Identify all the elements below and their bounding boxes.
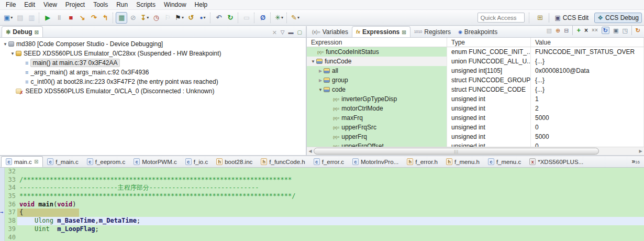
open-perspective-button[interactable]: ⊞ xyxy=(535,12,546,24)
code-content[interactable]: /***************************************… xyxy=(17,168,644,241)
editor-tab-f-eeprom-c[interactable]: cf_eeprom.c xyxy=(83,156,130,167)
close-icon[interactable]: ⊠ xyxy=(402,29,406,35)
external-tools-button[interactable]: ✳▾ xyxy=(273,12,285,24)
reset-cpu-button[interactable]: ↺ xyxy=(185,12,197,24)
menu-view[interactable]: View xyxy=(39,0,61,9)
new-button[interactable]: ▣▾ xyxy=(2,12,14,24)
column-type[interactable]: Type xyxy=(447,38,531,47)
add-icon[interactable]: + xyxy=(576,28,581,33)
scroll-left-icon[interactable]: ◀ xyxy=(307,147,314,155)
profile-clock-button[interactable]: ◷ xyxy=(150,12,162,24)
refresh-icon[interactable]: ↻ xyxy=(636,28,640,33)
tree-row[interactable]: ▼ SEED XDS560PLUS Emulator_0/C28xx (Susp… xyxy=(0,49,306,58)
table-row[interactable]: ▶all unsigned int[1105] 0x00008100@Data xyxy=(307,66,644,75)
tag-button[interactable]: ▭ xyxy=(241,12,252,24)
connect-target-button[interactable]: ▦ xyxy=(116,12,127,24)
auto-refresh-icon[interactable]: ↻ xyxy=(602,27,609,34)
step-return-button[interactable]: ↰ xyxy=(99,12,111,24)
code-editor[interactable]: → 32 33 34 35 36 37 38 39 40 /**********… xyxy=(0,168,644,241)
tree-row[interactable]: ▼ md380 [Code Composer Studio - Device D… xyxy=(0,39,306,49)
step-over-button[interactable]: ↷ xyxy=(88,12,99,24)
scroll-right-icon[interactable]: ▶ xyxy=(637,147,644,155)
close-icon[interactable]: ⊠ xyxy=(34,159,38,165)
column-value[interactable]: Value xyxy=(531,38,644,47)
tree-row-selected[interactable]: ≡ main() at main.c:37 0x3F42AA xyxy=(0,58,306,68)
back-button[interactable]: ↶ xyxy=(213,12,225,24)
tree-row[interactable]: ≡ c_int00() at boot28.inc:223 0x3F47F2 (… xyxy=(0,77,306,86)
probe-button[interactable]: ✎▾ xyxy=(290,12,301,24)
menu-window[interactable]: Window xyxy=(160,0,191,9)
detach-icon[interactable]: ◳ xyxy=(622,28,627,33)
table-row[interactable]: ▼code struct FUNCCODE_CODE {...} xyxy=(307,85,644,94)
show-type-names-icon[interactable]: ▧ xyxy=(547,28,552,33)
horizontal-scrollbar[interactable]: ◀ ||| ▶ xyxy=(307,147,644,155)
editor-tab-f-main-c[interactable]: cf_main.c xyxy=(43,156,82,167)
table-row[interactable]: ▶group struct FUNCCODE_GROUP {...} xyxy=(307,75,644,85)
expander-open-icon[interactable]: ▼ xyxy=(317,87,324,92)
editor-tab-boot28-inc[interactable]: hboot28.inc xyxy=(212,156,257,167)
resume-button[interactable]: ▶ xyxy=(42,12,53,24)
editor-tab-f-io-c[interactable]: cf_io.c xyxy=(181,156,213,167)
expander-closed-icon[interactable]: ▶ xyxy=(317,69,324,73)
minimize-icon[interactable]: ▬ xyxy=(288,30,294,35)
tree-row[interactable]: ≡ _args_main() at args_main.c:92 0x3F493… xyxy=(0,68,306,77)
disconnect-button[interactable]: ⊘ xyxy=(127,12,139,24)
table-row[interactable]: (x)=maxFrq unsigned int 5000 xyxy=(307,113,644,123)
flag-disabled-button[interactable]: ⚐ xyxy=(162,12,173,24)
tab-registers[interactable]: 1010 Registers xyxy=(410,26,454,37)
expander-open-icon[interactable]: ▼ xyxy=(2,42,8,47)
editor-tab-f-error-c[interactable]: cf_error.c xyxy=(309,156,348,167)
expander-closed-icon[interactable]: ▶ xyxy=(317,78,324,83)
flag-button[interactable]: ⚑▾ xyxy=(173,12,185,24)
run-to-line-button[interactable]: ●▾ xyxy=(197,12,208,24)
close-icon[interactable]: ⊠ xyxy=(35,29,39,35)
editor-tab-f-menu-c[interactable]: cf_menu.c xyxy=(484,156,525,167)
remove-icon[interactable]: × xyxy=(584,28,588,33)
expander-open-icon[interactable]: ▼ xyxy=(310,59,316,64)
table-row[interactable]: ▼funcCode union FUNCCODE_ALL_U... {...} xyxy=(307,57,644,66)
menu-help[interactable]: Help xyxy=(191,0,212,9)
editor-tab-xds560plus[interactable]: x*XDS560PLUS... xyxy=(525,156,587,167)
save-button[interactable]: ▤ xyxy=(14,12,26,24)
maximize-icon[interactable]: ▢ xyxy=(297,30,302,35)
view-menu-icon[interactable]: ▽ xyxy=(281,30,285,35)
tab-breakpoints[interactable]: ◉ Breakpoints xyxy=(454,26,501,37)
refresh-button[interactable]: ↻ xyxy=(225,12,236,24)
search-button[interactable]: Ø xyxy=(257,12,269,24)
perspective-ccs-debug[interactable]: ❖ CCS Debug xyxy=(594,13,642,23)
scrollbar-thumb[interactable]: ||| xyxy=(314,148,599,155)
menu-scripts[interactable]: Scripts xyxy=(132,0,160,9)
column-expression[interactable]: Expression xyxy=(307,38,447,47)
quick-access-input[interactable] xyxy=(478,13,525,23)
menu-tools[interactable]: Tools xyxy=(89,0,112,9)
table-row[interactable]: (x)=funcCodeInitStatus enum FUNC_CODE_IN… xyxy=(307,47,644,57)
table-row[interactable]: (x)=inverterGpTypeDisp unsigned int 1 xyxy=(307,94,644,104)
tab-variables[interactable]: (x)= Variables xyxy=(308,26,352,37)
terminate-button[interactable]: ■ xyxy=(65,12,76,24)
tab-overflow-button[interactable]: »16 xyxy=(631,158,644,167)
editor-tab-main-c[interactable]: c main.c ⊠ xyxy=(1,156,43,167)
menu-run[interactable]: Run xyxy=(112,0,132,9)
menu-edit[interactable]: Edit xyxy=(20,0,39,9)
tab-debug[interactable]: ✱ Debug ⊠ xyxy=(2,26,43,37)
table-row[interactable]: (x)=upperFrq unsigned int 5000 xyxy=(307,132,644,141)
remove-all-icon[interactable]: ×× xyxy=(592,28,598,33)
editor-tab-f-funccode-h[interactable]: hf_funcCode.h xyxy=(257,156,309,167)
suspend-button[interactable]: ‖ xyxy=(53,12,65,24)
editor-tab-motorinvpro[interactable]: cMotorInvPro... xyxy=(348,156,403,167)
tab-expressions[interactable]: fx Expressions ⊠ xyxy=(352,26,410,37)
save-all-button[interactable]: ▥ xyxy=(26,12,37,24)
step-into-button[interactable]: ↘ xyxy=(76,12,88,24)
perspective-ccs-edit[interactable]: ▣ CCS Edit xyxy=(552,13,592,23)
remove-terminated-icon[interactable]: ✕ xyxy=(272,30,277,35)
menu-project[interactable]: Project xyxy=(61,0,89,9)
editor-tab-f-menu-h[interactable]: hf_menu.h xyxy=(442,156,484,167)
table-row[interactable]: (x)=motorCtrlMode unsigned int 2 xyxy=(307,104,644,113)
table-row[interactable]: (x)=upperFrqSrc unsigned int 0 xyxy=(307,123,644,132)
collapse-all-icon[interactable]: ⊟ xyxy=(564,28,569,33)
load-program-button[interactable]: ↧▾ xyxy=(139,12,150,24)
editor-tab-f-error-h[interactable]: hf_error.h xyxy=(403,156,442,167)
add-expression-inline-icon[interactable]: ⊕ xyxy=(556,28,560,33)
editor-tab-motorpwm-c[interactable]: cMotorPWM.c xyxy=(129,156,181,167)
expander-open-icon[interactable]: ▼ xyxy=(9,51,16,56)
